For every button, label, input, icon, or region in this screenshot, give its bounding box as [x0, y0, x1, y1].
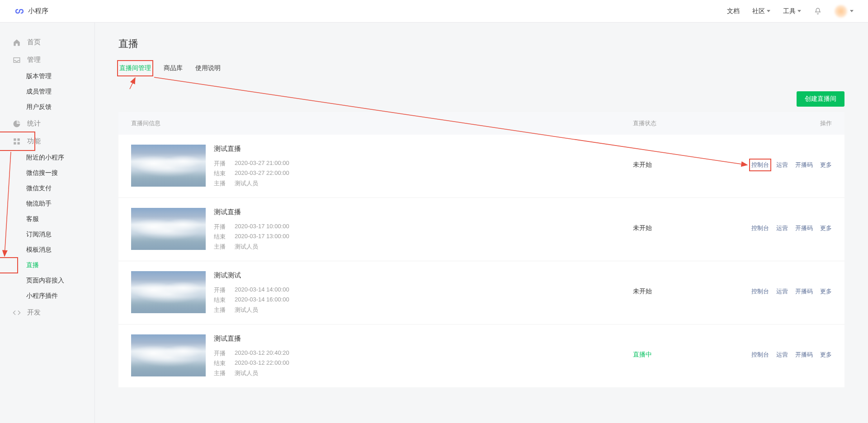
meta-end-value: 2020-03-12 22:00:00 [235, 359, 633, 367]
sidebar-features[interactable]: 功能 [0, 132, 94, 150]
meta-start-label: 开播 [214, 223, 235, 231]
sidebar-sub-member[interactable]: 成员管理 [0, 84, 94, 99]
meta-host-value: 测试人员 [235, 179, 633, 188]
nav-docs[interactable]: 文档 [727, 7, 740, 15]
chevron-down-icon [767, 10, 770, 12]
sidebar-sub-template[interactable]: 模板消息 [0, 242, 94, 258]
tab-room-manage[interactable]: 直播间管理 [118, 61, 152, 75]
room-info: 测试直播 开播 2020-03-27 21:00:00 结束 2020-03-2… [214, 145, 633, 188]
miniprogram-logo-icon [14, 6, 24, 16]
grid-icon [13, 137, 21, 146]
create-room-button[interactable]: 创建直播间 [797, 91, 844, 107]
meta-end-label: 结束 [214, 169, 235, 178]
op-code[interactable]: 开播码 [795, 224, 813, 232]
code-icon [13, 309, 21, 317]
room-status: 未开始 [633, 145, 741, 169]
room-info: 测试直播 开播 2020-03-17 10:00:00 结束 2020-03-1… [214, 208, 633, 251]
room-info: 测试直播 开播 2020-03-12 20:40:20 结束 2020-03-1… [214, 334, 633, 377]
table-row: 测试直播 开播 2020-03-27 21:00:00 结束 2020-03-2… [118, 135, 844, 198]
sidebar-sub-logistics[interactable]: 物流助手 [0, 196, 94, 212]
room-thumbnail [131, 271, 206, 313]
op-operate[interactable]: 运营 [776, 287, 788, 296]
top-nav: 文档 社区 工具 [727, 5, 854, 18]
op-more[interactable]: 更多 [820, 224, 832, 232]
nav-notifications[interactable] [814, 7, 822, 15]
chevron-down-icon [850, 10, 854, 12]
room-info: 测试测试 开播 2020-03-14 14:00:00 结束 2020-03-1… [214, 271, 633, 314]
op-operate[interactable]: 运营 [776, 224, 788, 232]
sidebar-sub-live[interactable]: 直播 [0, 258, 94, 273]
room-status: 直播中 [633, 334, 741, 359]
sidebar-sub-service[interactable]: 客服 [0, 212, 94, 227]
op-more[interactable]: 更多 [820, 161, 832, 169]
th-status: 直播状态 [633, 119, 741, 127]
room-status: 未开始 [633, 208, 741, 232]
sidebar-sub-pay[interactable]: 微信支付 [0, 181, 94, 196]
op-more[interactable]: 更多 [820, 287, 832, 296]
op-operate[interactable]: 运营 [776, 161, 788, 169]
op-code[interactable]: 开播码 [795, 351, 813, 359]
room-ops: 控制台 运营 开播码 更多 [741, 145, 832, 169]
meta-host-label: 主播 [214, 306, 235, 314]
meta-start-label: 开播 [214, 286, 235, 294]
op-code[interactable]: 开播码 [795, 287, 813, 296]
nav-tools[interactable]: 工具 [783, 7, 801, 15]
user-menu[interactable] [835, 5, 854, 18]
th-op: 操作 [741, 119, 832, 127]
sidebar-manage[interactable]: 管理 [0, 51, 94, 69]
main-content: 直播 直播间管理 商品库 使用说明 创建直播间 直播间信息 直播状态 操作 测试… [95, 23, 868, 423]
meta-end-label: 结束 [214, 233, 235, 241]
room-ops: 控制台 运营 开播码 更多 [741, 271, 832, 296]
nav-community[interactable]: 社区 [752, 7, 770, 15]
meta-end-label: 结束 [214, 296, 235, 304]
op-console[interactable]: 控制台 [751, 351, 769, 359]
tabs: 直播间管理 商品库 使用说明 [118, 61, 844, 75]
meta-start-value: 2020-03-27 21:00:00 [235, 160, 633, 168]
op-console[interactable]: 控制台 [751, 224, 769, 232]
live-room-table: 直播间信息 直播状态 操作 测试直播 开播 2020-03-27 21:00:0… [118, 112, 844, 387]
table-row: 测试直播 开播 2020-03-17 10:00:00 结束 2020-03-1… [118, 198, 844, 261]
app-name: 小程序 [28, 7, 48, 15]
sidebar-home[interactable]: 首页 [0, 33, 94, 51]
op-code[interactable]: 开播码 [795, 161, 813, 169]
meta-end-label: 结束 [214, 359, 235, 367]
room-title: 测试直播 [214, 208, 633, 216]
sidebar-sub-search[interactable]: 微信搜一搜 [0, 165, 94, 181]
room-thumbnail [131, 334, 206, 376]
sidebar: 首页 管理 版本管理 成员管理 用户反馈 统计 功能 附近的小程序 微信搜一搜 … [0, 23, 95, 423]
room-title: 测试测试 [214, 271, 633, 280]
sidebar-stats[interactable]: 统计 [0, 115, 94, 132]
room-thumbnail [131, 145, 206, 187]
home-icon [13, 38, 21, 47]
tab-goods[interactable]: 商品库 [163, 61, 184, 75]
meta-start-value: 2020-03-17 10:00:00 [235, 223, 633, 231]
meta-host-label: 主播 [214, 243, 235, 251]
sidebar-dev[interactable]: 开发 [0, 304, 94, 321]
meta-host-value: 测试人员 [235, 243, 633, 251]
meta-end-value: 2020-03-14 16:00:00 [235, 296, 633, 304]
op-more[interactable]: 更多 [820, 351, 832, 359]
room-title: 测试直播 [214, 145, 633, 153]
logo[interactable]: 小程序 [14, 6, 48, 16]
meta-host-value: 测试人员 [235, 306, 633, 314]
meta-end-value: 2020-03-27 22:00:00 [235, 169, 633, 178]
th-info: 直播间信息 [131, 119, 633, 127]
top-header: 小程序 文档 社区 工具 [0, 0, 868, 23]
op-operate[interactable]: 运营 [776, 351, 788, 359]
sidebar-sub-subscribe[interactable]: 订阅消息 [0, 227, 94, 242]
op-console[interactable]: 控制台 [751, 287, 769, 296]
sidebar-sub-version[interactable]: 版本管理 [0, 69, 94, 84]
table-row: 测试测试 开播 2020-03-14 14:00:00 结束 2020-03-1… [118, 261, 844, 324]
sidebar-sub-nearby[interactable]: 附近的小程序 [0, 150, 94, 165]
room-thumbnail [131, 208, 206, 250]
svg-rect-3 [18, 142, 20, 144]
meta-start-value: 2020-03-14 14:00:00 [235, 286, 633, 294]
sidebar-sub-page-access[interactable]: 页面内容接入 [0, 273, 94, 288]
meta-host-label: 主播 [214, 179, 235, 188]
meta-start-label: 开播 [214, 160, 235, 168]
sidebar-sub-plugin[interactable]: 小程序插件 [0, 288, 94, 304]
tab-guide[interactable]: 使用说明 [194, 61, 222, 75]
sidebar-sub-feedback[interactable]: 用户反馈 [0, 99, 94, 115]
room-ops: 控制台 运营 开播码 更多 [741, 208, 832, 232]
op-console[interactable]: 控制台 [751, 161, 769, 169]
